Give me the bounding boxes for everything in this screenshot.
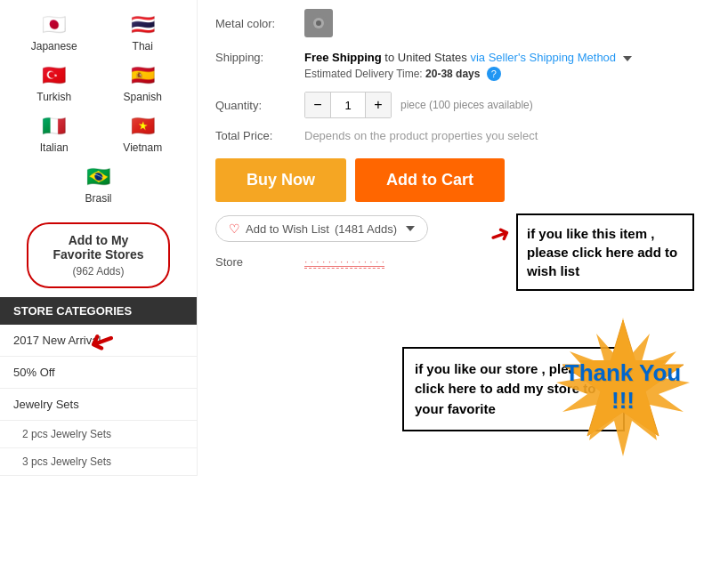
total-price-row: Total Price: Depends on the product prop… [215,129,694,142]
lang-brasil-label: Brasil [85,192,111,205]
lang-thai-label: Thai [133,40,153,52]
category-2pcs-jewelry-sets[interactable]: 2 pcs Jewelry Sets [0,421,197,448]
heart-icon: ♡ [229,222,240,236]
favorite-stores-label: Add to MyFavorite Stores [37,233,159,262]
quantity-decrease-button[interactable]: − [305,93,330,117]
lang-vietnam-label: Vietnam [123,141,162,154]
lang-turkish-label: Turkish [36,91,71,103]
shipping-row: Shipping: Free Shipping to United States… [215,51,694,81]
quantity-note: piece (100 pieces available) [400,99,533,111]
lang-thai[interactable]: 🇹🇭 Thai [102,9,184,52]
shipping-info: Free Shipping to United States via Selle… [304,51,694,81]
store-label: Store [215,255,304,269]
quantity-increase-button[interactable]: + [366,93,391,117]
shipping-description: Free Shipping to United States via Selle… [304,51,694,64]
wishlist-annotation-box: if you like this item , please click her… [516,213,694,291]
lang-brasil[interactable]: 🇧🇷 Brasil [77,161,121,205]
lang-spanish-label: Spanish [124,91,162,103]
category-2017-new-arrival[interactable]: 2017 New Arrival [0,325,197,357]
category-50-off[interactable]: 50% Off [0,357,197,389]
flag-japanese: 🇯🇵 [32,9,77,40]
flag-spanish: 🇪🇸 [120,60,165,91]
lang-italian-label: Italian [40,141,69,154]
action-buttons-row: Buy Now Add to Cart [215,158,694,202]
flag-italian: 🇮🇹 [32,110,77,141]
svg-point-2 [316,20,321,26]
lang-japanese[interactable]: 🇯🇵 Japanese [13,9,95,52]
total-price-label: Total Price: [215,129,304,142]
add-to-wishlist-button[interactable]: ♡ Add to Wish List (1481 Adds) [215,215,428,242]
flag-turkish: 🇹🇷 [32,60,77,91]
metal-color-thumbnail[interactable] [304,9,333,37]
metal-color-label: Metal color: [215,17,304,30]
category-jewelry-sets[interactable]: Jewelry Sets [0,389,197,421]
delivery-time: Estimated Delivery Time: 20-38 days ? [304,67,694,81]
quantity-input[interactable] [330,93,366,117]
thank-you-text: Thank You !!! [565,359,682,415]
quantity-control: − + [304,92,392,118]
flag-thai: 🇹🇭 [120,9,165,40]
wish-list-label: Add to Wish List [246,222,329,236]
buy-now-button[interactable]: Buy Now [215,158,346,202]
wish-dropdown-icon[interactable] [406,226,415,231]
lang-spanish[interactable]: 🇪🇸 Spanish [102,60,184,103]
flag-vietnam: 🇻🇳 [120,110,165,141]
quantity-row: Quantity: − + piece (100 pieces availabl… [215,92,694,118]
add-to-favorite-stores-button[interactable]: Add to MyFavorite Stores (962 Adds) [27,222,170,288]
thank-you-starburst: Thank You !!! [552,316,694,458]
store-link[interactable]: · · · · · · · · · · · · · · [304,255,384,269]
lang-vietnam[interactable]: 🇻🇳 Vietnam [102,110,184,154]
lang-italian[interactable]: 🇮🇹 Italian [13,110,95,154]
total-price-note: Depends on the product properties you se… [304,129,538,142]
flag-brasil: 🇧🇷 [77,161,121,192]
language-grid: 🇯🇵 Japanese 🇹🇭 Thai 🇹🇷 Turkish 🇪🇸 Spanis… [0,0,197,213]
lang-turkish[interactable]: 🇹🇷 Turkish [13,60,95,103]
quantity-label: Quantity: [215,99,304,112]
wish-adds-count: (1481 Adds) [335,222,397,236]
store-categories-header: STORE CATEGORIES [0,297,197,325]
favorite-adds-count: (962 Adds) [37,265,159,278]
metal-color-row: Metal color: [215,9,694,37]
shipping-dropdown-icon[interactable] [623,56,632,61]
shipping-label: Shipping: [215,51,304,64]
delivery-help-icon[interactable]: ? [487,67,501,81]
add-to-cart-button[interactable]: Add to Cart [355,158,505,202]
product-detail-panel: Metal color: Shipping: Free Shipping to … [198,0,712,476]
lang-japanese-label: Japanese [31,40,77,52]
category-3pcs-jewelry-sets[interactable]: 3 pcs Jewelry Sets [0,448,197,476]
